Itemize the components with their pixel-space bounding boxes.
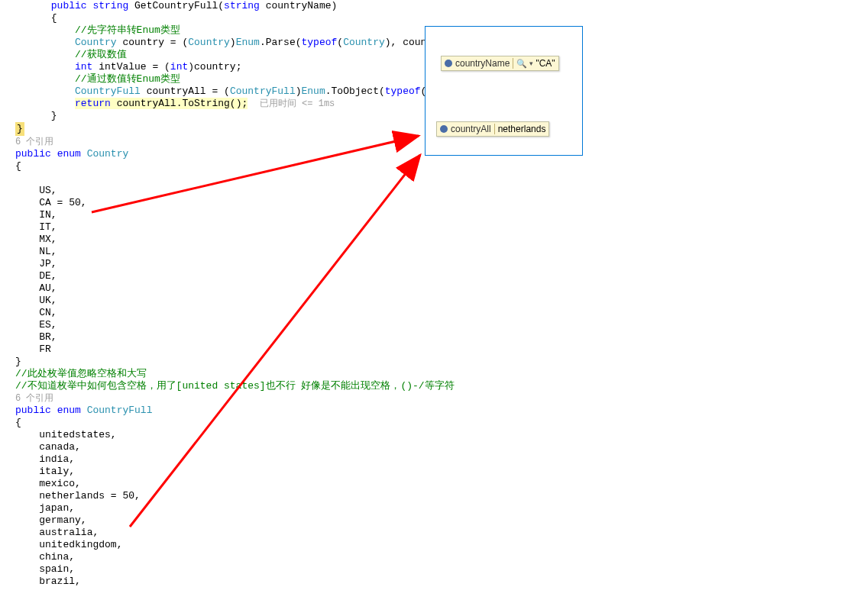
enum-member: IT, bbox=[15, 221, 851, 234]
comment: //先字符串转Enum类型 bbox=[75, 24, 180, 36]
variable-icon bbox=[440, 125, 448, 133]
enum-member: AU, bbox=[15, 282, 851, 295]
tooltip-variable-name: countryAll bbox=[451, 123, 491, 135]
brace-open: { bbox=[15, 12, 851, 24]
variable-icon bbox=[445, 60, 452, 67]
enum-member: DE, bbox=[15, 270, 851, 282]
enum-name: CountryFull bbox=[87, 405, 153, 416]
timing-info: 已用时间 <= 1ms bbox=[260, 98, 335, 109]
enum-name: Country bbox=[87, 148, 129, 160]
keyword: string bbox=[92, 0, 128, 11]
enum-member: spain, bbox=[15, 563, 851, 576]
enum-member: canada, bbox=[15, 441, 851, 453]
enum-member: brazil, bbox=[15, 576, 851, 588]
enum-member: US, bbox=[15, 185, 851, 197]
enum-member: UK, bbox=[15, 295, 851, 307]
enum-member: unitedkingdom, bbox=[15, 539, 851, 551]
dropdown-icon[interactable]: ▾ bbox=[529, 57, 533, 69]
debug-watch-box: countryName 🔍 ▾ "CA" countryAll netherla… bbox=[425, 26, 583, 156]
keyword: public bbox=[51, 0, 87, 11]
keyword: string bbox=[224, 0, 260, 11]
debug-tooltip-countryname[interactable]: countryName 🔍 ▾ "CA" bbox=[441, 56, 559, 71]
debug-tooltip-countryall[interactable]: countryAll netherlands bbox=[436, 121, 549, 137]
magnifier-icon[interactable]: 🔍 bbox=[516, 57, 527, 69]
references-count[interactable]: 6 个引用 bbox=[15, 392, 851, 405]
enum-member: india, bbox=[15, 453, 851, 466]
enum-member: unitedstates, bbox=[15, 429, 851, 441]
type: Country bbox=[75, 37, 117, 48]
enum-member: CA = 50, bbox=[15, 197, 851, 209]
enum-member: ES, bbox=[15, 319, 851, 331]
enum-member: MX, bbox=[15, 234, 851, 246]
comment: //获取数值 bbox=[75, 49, 127, 60]
comment: //不知道枚举中如何包含空格，用了[united states]也不行 好像是不… bbox=[15, 380, 455, 392]
enum-member: FR bbox=[15, 343, 851, 356]
enum-member: JP, bbox=[15, 258, 851, 270]
comment: //通过数值转Enum类型 bbox=[75, 73, 180, 85]
enum-member: mexico, bbox=[15, 478, 851, 490]
enum-member: italy, bbox=[15, 466, 851, 478]
enum-member: netherlands = 50, bbox=[15, 490, 851, 502]
tooltip-value: netherlands bbox=[498, 123, 546, 135]
enum-member: BR, bbox=[15, 331, 851, 343]
method-name: GetCountryFull( bbox=[128, 0, 224, 11]
enum-member: australia, bbox=[15, 527, 851, 539]
current-statement: return countryAll.ToString(); bbox=[75, 98, 248, 109]
enum-member: china, bbox=[15, 551, 851, 563]
comment: //此处枚举值忽略空格和大写 bbox=[15, 368, 147, 379]
enum-member: japan, bbox=[15, 502, 851, 514]
indent bbox=[15, 0, 51, 11]
enum-member: CN, bbox=[15, 307, 851, 319]
tooltip-value: "CA" bbox=[536, 57, 555, 69]
enum-member: IN, bbox=[15, 209, 851, 221]
param: countryName) bbox=[260, 0, 337, 11]
tooltip-variable-name: countryName bbox=[455, 57, 510, 69]
enum-member: NL, bbox=[15, 246, 851, 258]
enum-member: germany, bbox=[15, 514, 851, 527]
